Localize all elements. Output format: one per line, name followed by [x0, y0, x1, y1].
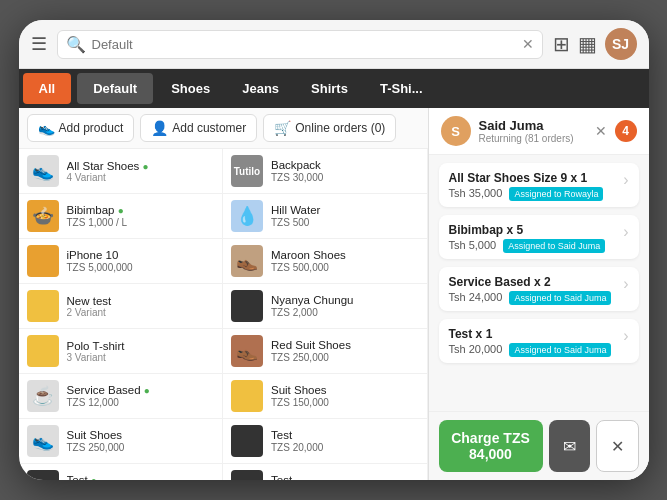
list-item[interactable]: Test TZS 20,000 [223, 419, 428, 464]
product-info: New test 2 Variant [67, 295, 215, 318]
bottom-actions: Charge TZS 84,000 ✉ ✕ [429, 411, 649, 480]
tab-shirts[interactable]: Shirts [295, 73, 364, 104]
product-price: TZS 20,000 [271, 442, 419, 453]
add-product-button[interactable]: 👟 Add product [27, 114, 135, 142]
product-price: TZS 2,000 [271, 307, 419, 318]
product-info: Backpack TZS 30,000 [271, 159, 419, 183]
action-bar: 👟 Add product 👤 Add customer 🛒 Online or… [19, 108, 428, 149]
order-item-name: Bibimbap x 5 [449, 223, 616, 237]
list-item[interactable]: 💧 Hill Water TZS 500 [223, 194, 428, 239]
barcode-icon[interactable]: ▦ [578, 32, 597, 56]
list-item[interactable]: Polo T-shirt 3 Variant [19, 329, 224, 374]
order-item-price: Tsh 24,000 Assigned to Said Juma [449, 291, 616, 303]
list-item[interactable]: Suit Shoes TZS 150,000 [223, 374, 428, 419]
online-orders-button[interactable]: 🛒 Online orders (0) [263, 114, 396, 142]
product-info: Hill Water TZS 500 [271, 204, 419, 228]
chevron-right-icon: › [623, 327, 628, 345]
tab-tshirts[interactable]: T-Shi... [364, 73, 439, 104]
close-icon[interactable]: ✕ [595, 123, 607, 139]
list-item[interactable]: ☕ Service Based ● TZS 12,000 [19, 374, 224, 419]
product-variant: 4 Variant [67, 172, 215, 183]
product-price: TZS 500 [271, 217, 419, 228]
product-name: Polo T-shirt [67, 340, 215, 352]
product-name: iPhone 10 [67, 249, 215, 261]
product-info: iPhone 10 TZS 5,000,000 [67, 249, 215, 273]
product-price: TZS 5,000,000 [67, 262, 215, 273]
right-panel: S Said Juma Returning (81 orders) ✕ 4 Al… [429, 108, 649, 480]
list-item[interactable]: 🍲 Bibimbap ● TZS 1,000 / L [19, 194, 224, 239]
product-thumb: 🍲 [27, 200, 59, 232]
list-item[interactable]: 👞 Red Suit Shoes TZS 250,000 [223, 329, 428, 374]
assigned-badge: Assigned to Rowayla [509, 187, 603, 201]
product-price: TZS 250,000 [67, 442, 215, 453]
order-item-name: Service Based x 2 [449, 275, 616, 289]
product-info: All Star Shoes ● 4 Variant [67, 160, 215, 183]
search-clear-icon[interactable]: ✕ [522, 36, 534, 52]
top-bar: ☰ 🔍 ✕ ⊞ ▦ SJ [19, 20, 649, 69]
product-info: Polo T-shirt 3 Variant [67, 340, 215, 363]
email-button[interactable]: ✉ [549, 420, 590, 472]
tab-shoes[interactable]: Shoes [155, 73, 226, 104]
product-name: New test [67, 295, 215, 307]
assigned-badge: Assigned to Said Juma [509, 343, 611, 357]
order-item[interactable]: All Star Shoes Size 9 x 1 Tsh 35,000 Ass… [439, 163, 639, 207]
add-customer-button[interactable]: 👤 Add customer [140, 114, 257, 142]
tab-jeans[interactable]: Jeans [226, 73, 295, 104]
cancel-button[interactable]: ✕ [596, 420, 639, 472]
product-thumb [231, 290, 263, 322]
hamburger-icon[interactable]: ☰ [31, 33, 47, 55]
list-item[interactable]: Test ● TZS 20,000 [19, 464, 224, 480]
add-customer-label: Add customer [172, 121, 246, 135]
product-price: TZS 1,000 / L [67, 217, 215, 228]
product-thumb [231, 470, 263, 480]
product-thumb: 💧 [231, 200, 263, 232]
list-item[interactable]: 👞 Maroon Shoes TZS 500,000 [223, 239, 428, 284]
product-name: Test [271, 474, 419, 480]
active-dot: ● [144, 385, 150, 396]
list-item[interactable]: Nyanya Chungu TZS 2,000 [223, 284, 428, 329]
product-price: TZS 250,000 [271, 352, 419, 363]
product-price: TZS 150,000 [271, 397, 419, 408]
online-orders-label: Online orders (0) [295, 121, 385, 135]
person-icon: 👤 [151, 120, 168, 136]
product-thumb: 👟 [27, 425, 59, 457]
product-price: TZS 30,000 [271, 172, 419, 183]
tab-default[interactable]: Default [77, 73, 153, 104]
shoe-icon: 👟 [38, 120, 55, 136]
product-info: Bibimbap ● TZS 1,000 / L [67, 204, 215, 228]
order-item[interactable]: Bibimbap x 5 Tsh 5,000 Assigned to Said … [439, 215, 639, 259]
product-name: Test [271, 429, 419, 441]
product-thumb [27, 290, 59, 322]
product-thumb: 👟 [27, 155, 59, 187]
list-item[interactable]: iPhone 10 TZS 5,000,000 [19, 239, 224, 284]
list-item[interactable]: 👟 All Star Shoes ● 4 Variant [19, 149, 224, 194]
order-item[interactable]: Test x 1 Tsh 20,000 Assigned to Said Jum… [439, 319, 639, 363]
product-name: All Star Shoes ● [67, 160, 215, 172]
list-item[interactable]: New test 2 Variant [19, 284, 224, 329]
order-item-info: Test x 1 Tsh 20,000 Assigned to Said Jum… [449, 327, 616, 355]
product-name: Bibimbap ● [67, 204, 215, 216]
order-item[interactable]: Service Based x 2 Tsh 24,000 Assigned to… [439, 267, 639, 311]
order-item-info: Service Based x 2 Tsh 24,000 Assigned to… [449, 275, 616, 303]
list-item[interactable]: Test TZS 20,000 [223, 464, 428, 480]
top-bar-icons: ⊞ ▦ SJ [553, 28, 637, 60]
grid-icon[interactable]: ⊞ [553, 32, 570, 56]
charge-button[interactable]: Charge TZS 84,000 [439, 420, 543, 472]
tab-all[interactable]: All [23, 73, 72, 104]
avatar[interactable]: SJ [605, 28, 637, 60]
product-name: Suit Shoes [271, 384, 419, 396]
left-panel: 👟 Add product 👤 Add customer 🛒 Online or… [19, 108, 429, 480]
product-info: Suit Shoes TZS 250,000 [67, 429, 215, 453]
order-item-name: Test x 1 [449, 327, 616, 341]
customer-sub: Returning (81 orders) [479, 133, 587, 144]
list-item[interactable]: 👟 Suit Shoes TZS 250,000 [19, 419, 224, 464]
active-dot: ● [118, 205, 124, 216]
product-info: Test TZS 20,000 [271, 474, 419, 480]
list-item[interactable]: Tutilo Backpack TZS 30,000 [223, 149, 428, 194]
product-name: Maroon Shoes [271, 249, 419, 261]
customer-name: Said Juma [479, 118, 587, 133]
product-thumb: 👞 [231, 335, 263, 367]
active-dot: ● [91, 475, 97, 480]
product-thumb [231, 380, 263, 412]
search-input[interactable] [92, 37, 516, 52]
